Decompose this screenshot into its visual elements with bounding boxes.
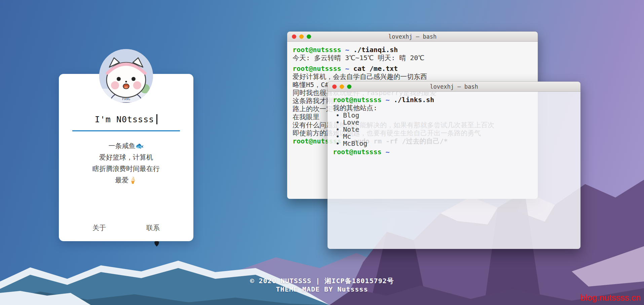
- bullet-icon: •: [336, 140, 340, 147]
- bullet-icon: •: [336, 126, 340, 133]
- prompt-line: root@nutssss ~ cat /me.txt: [293, 64, 532, 73]
- watermark-link[interactable]: blog.nutssss.cn: [580, 293, 641, 303]
- profile-name: I'm N0tssss: [95, 115, 154, 124]
- prompt-tilde: ~: [345, 46, 349, 54]
- hanging-spider-icon: [154, 241, 159, 247]
- card-links: 关于 联系: [59, 223, 193, 232]
- prompt-tilde: ~: [345, 64, 349, 73]
- sites-list: •Blog •Love •Note •Mc •McBlog: [333, 112, 575, 147]
- bullet-icon: •: [336, 133, 340, 140]
- bio-line: 爱好篮球，计算机: [59, 151, 193, 163]
- bullet-icon: •: [336, 112, 340, 119]
- prompt-command: cat /me.txt: [353, 64, 398, 73]
- prompt-user: root@nutssss: [333, 96, 382, 104]
- bio-line: 瞎折腾浪费时间最在行: [59, 163, 193, 174]
- window-title: lovexhj – bash: [328, 82, 580, 91]
- bullet-icon: •: [336, 119, 340, 126]
- site-item: •Blog: [333, 112, 575, 119]
- bio-line: 最爱🍦: [59, 174, 193, 186]
- card-divider: [72, 130, 180, 131]
- site-footer: © 2020 NUTSSSS | 湘ICP备18015792号 THEME MA…: [0, 277, 644, 294]
- prompt-tilde: ~: [386, 96, 390, 104]
- terminal-2-titlebar[interactable]: lovexhj – bash: [328, 82, 580, 92]
- terminal-2-output: root@nutssss ~ ./links.sh 我的其他站点: •Blog …: [328, 92, 580, 249]
- about-link[interactable]: 关于: [92, 223, 106, 232]
- contact-link[interactable]: 联系: [146, 223, 160, 232]
- prompt-line: root@nutssss ~: [333, 148, 575, 156]
- text-cursor-icon: [156, 114, 157, 124]
- prompt-user: root@nutssss: [293, 46, 341, 54]
- site-item: •McBlog: [333, 140, 575, 147]
- profile-card: PANG I'm N0tssss 一条咸鱼🐟 爱好篮球，计算机 瞎折腾浪费时间最…: [59, 74, 193, 241]
- theme-credit-line: THEME MADE BY Nutssss: [0, 285, 644, 294]
- window-title: lovexhj – bash: [287, 32, 538, 41]
- bio-line: 一条咸鱼🐟: [59, 140, 193, 151]
- output-line: 爱好计算机，会去自学自己感兴趣的一切东西: [293, 73, 532, 81]
- profile-name-row: I'm N0tssss: [59, 114, 193, 124]
- prompt-tilde: ~: [386, 148, 390, 156]
- copyright-line: © 2020 NUTSSSS | 湘ICP备18015792号: [0, 277, 644, 285]
- prompt-line: root@nutssss ~ ./tianqi.sh: [293, 46, 532, 54]
- sites-heading: 我的其他站点:: [333, 104, 575, 112]
- site-link-mcblog[interactable]: McBlog: [343, 139, 367, 147]
- desktop-background: PANG I'm N0tssss 一条咸鱼🐟 爱好篮球，计算机 瞎折腾浪费时间最…: [0, 0, 644, 305]
- prompt-line: root@nutssss ~ ./links.sh: [333, 96, 575, 104]
- terminal-window-2: lovexhj – bash root@nutssss ~ ./links.sh…: [327, 81, 581, 249]
- cat-avatar-icon: PANG: [99, 49, 153, 103]
- prompt-command: ./tianqi.sh: [353, 46, 398, 54]
- output-line: 今天: 多云转晴 3℃~15℃ 明天: 晴 20℃: [293, 54, 532, 62]
- prompt-command: ./links.sh: [394, 96, 434, 104]
- site-item: •Note: [333, 126, 575, 133]
- profile-bio: 一条咸鱼🐟 爱好篮球，计算机 瞎折腾浪费时间最在行 最爱🍦: [59, 140, 193, 186]
- site-item: •Love: [333, 119, 575, 126]
- avatar-badge-text: PANG: [122, 97, 130, 101]
- terminal-1-titlebar[interactable]: lovexhj – bash: [287, 32, 538, 42]
- site-item: •Mc: [333, 133, 575, 140]
- prompt-user: root@nutssss: [333, 148, 382, 156]
- terminal-blank-line: [293, 62, 532, 64]
- prompt-user: root@nutssss: [293, 64, 341, 73]
- avatar: PANG: [99, 49, 153, 103]
